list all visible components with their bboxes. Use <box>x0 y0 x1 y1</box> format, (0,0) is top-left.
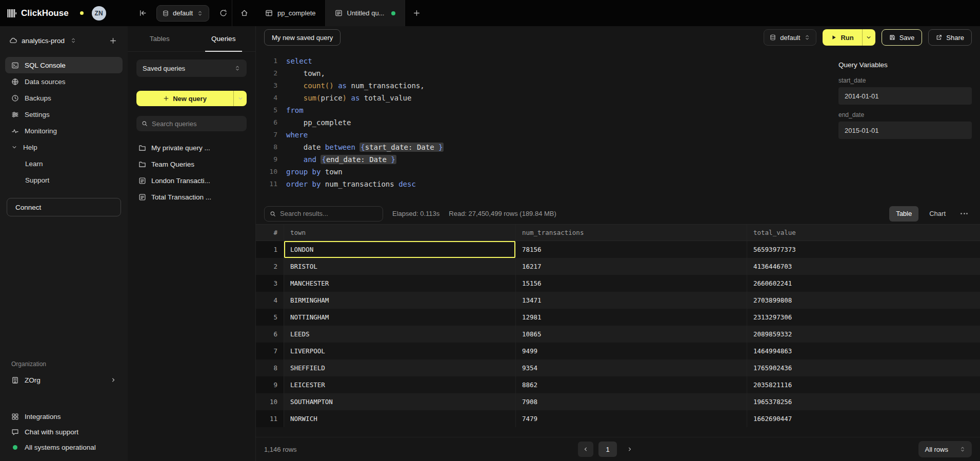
table-cell[interactable]: 1464994863 <box>747 343 980 359</box>
table-cell[interactable]: 7908 <box>516 393 747 410</box>
table-cell[interactable]: 1965378256 <box>747 393 980 410</box>
table-cell[interactable]: 15156 <box>516 275 747 292</box>
table-cell[interactable]: 2089859332 <box>747 326 980 343</box>
table-cell[interactable]: NOTTINGHAM <box>284 309 516 326</box>
code-line[interactable]: 4 sum(price) as total_value <box>265 92 838 104</box>
next-page-button[interactable] <box>622 442 637 457</box>
column-header-total-value[interactable]: total_value <box>747 225 980 240</box>
connect-button[interactable]: Connect <box>7 198 121 216</box>
table-cell[interactable]: LONDON <box>284 241 516 258</box>
query-parameter-chip[interactable]: {start_date: Date } <box>359 143 444 152</box>
variable-input-start-date[interactable] <box>838 87 972 105</box>
table-cell[interactable]: LEICESTER <box>284 376 516 393</box>
row-number-cell[interactable]: 11 <box>256 410 284 427</box>
column-header-town[interactable]: town <box>284 225 516 240</box>
prev-page-button[interactable] <box>578 442 593 457</box>
table-cell[interactable]: 8862 <box>516 376 747 393</box>
table-cell[interactable]: 7479 <box>516 410 747 427</box>
collapse-sidebar-button[interactable] <box>134 5 151 22</box>
table-cell[interactable]: 56593977373 <box>747 241 980 258</box>
row-number-cell[interactable]: 8 <box>256 359 284 376</box>
table-cell[interactable]: 9499 <box>516 343 747 359</box>
code-line[interactable]: 1select <box>265 55 838 67</box>
table-cell[interactable]: 2703899808 <box>747 292 980 309</box>
saved-queries-filter-select[interactable]: Saved queries <box>136 59 247 77</box>
table-cell[interactable]: 1765902436 <box>747 359 980 376</box>
search-results-input[interactable] <box>280 210 377 217</box>
variable-input-end-date[interactable] <box>838 122 972 139</box>
row-number-cell[interactable]: 9 <box>256 376 284 393</box>
table-cell[interactable]: LIVERPOOL <box>284 343 516 359</box>
tab-pp-complete[interactable]: pp_complete <box>256 0 325 26</box>
table-cell[interactable]: 2660602241 <box>747 275 980 292</box>
table-cell[interactable]: BRISTOL <box>284 258 516 275</box>
column-header-num-transactions[interactable]: num_transactions <box>516 225 747 240</box>
table-cell[interactable]: 78156 <box>516 241 747 258</box>
row-number-cell[interactable]: 1 <box>256 241 284 258</box>
code-line[interactable]: 10group by town <box>265 166 838 178</box>
refresh-button[interactable] <box>214 5 232 22</box>
row-number-cell[interactable]: 10 <box>256 393 284 410</box>
table-cell[interactable]: 2035821116 <box>747 376 980 393</box>
sidebar-footer-integrations[interactable]: Integrations <box>5 409 123 424</box>
row-number-cell[interactable]: 3 <box>256 275 284 292</box>
view-chart-button[interactable]: Chart <box>923 206 952 222</box>
new-query-dropdown-button[interactable] <box>233 91 247 106</box>
table-cell[interactable]: SOUTHAMPTON <box>284 393 516 410</box>
new-query-button[interactable]: New query <box>136 91 233 106</box>
tab-untitled-query[interactable]: Untitled qu... <box>326 0 405 26</box>
column-header-row-number[interactable]: # <box>256 225 284 240</box>
tab-queries[interactable]: Queries <box>192 26 256 51</box>
row-number-cell[interactable]: 4 <box>256 292 284 309</box>
saved-query-item-london-transacti[interactable]: London Transacti... <box>136 172 247 189</box>
tab-tables[interactable]: Tables <box>128 26 192 51</box>
code-line[interactable]: 2 town, <box>265 67 838 79</box>
sidebar-footer-all-systems-operational[interactable]: All systems operational <box>5 439 123 455</box>
table-cell[interactable]: 16217 <box>516 258 747 275</box>
sidebar-item-data-sources[interactable]: Data sources <box>5 73 123 90</box>
add-service-button[interactable] <box>106 34 119 47</box>
sidebar-item-backups[interactable]: Backups <box>5 90 123 106</box>
clickhouse-logo-icon[interactable] <box>7 9 16 18</box>
table-cell[interactable]: 12981 <box>516 309 747 326</box>
row-number-cell[interactable]: 5 <box>256 309 284 326</box>
search-queries-input[interactable] <box>152 120 242 128</box>
sidebar-item-help[interactable]: Help <box>5 139 123 155</box>
organization-selector[interactable]: ZOrg <box>5 372 123 388</box>
run-button[interactable]: Run <box>823 29 862 46</box>
table-cell[interactable]: 9354 <box>516 359 747 376</box>
table-cell[interactable]: 13471 <box>516 292 747 309</box>
sql-editor[interactable]: 1select2 town,3 count() as num_transacti… <box>256 49 838 203</box>
view-table-button[interactable]: Table <box>889 206 918 222</box>
editor-database-selector[interactable]: default <box>764 29 816 46</box>
saved-query-item-total-transaction[interactable]: Total Transaction ... <box>136 189 247 205</box>
sidebar-item-sql-console[interactable]: SQL Console <box>5 57 123 73</box>
table-cell[interactable]: 4136446703 <box>747 258 980 275</box>
table-cell[interactable]: 1662690447 <box>747 410 980 427</box>
table-cell[interactable]: 10865 <box>516 326 747 343</box>
query-parameter-chip[interactable]: {end_date: Date } <box>321 155 396 164</box>
table-cell[interactable]: MANCHESTER <box>284 275 516 292</box>
saved-query-item-team-queries[interactable]: Team Queries <box>136 156 247 172</box>
code-line[interactable]: 8 date between {start_date: Date } <box>265 141 838 153</box>
sidebar-item-support[interactable]: Support <box>5 172 123 188</box>
table-cell[interactable]: BIRMINGHAM <box>284 292 516 309</box>
table-cell[interactable]: 2313297306 <box>747 309 980 326</box>
run-options-button[interactable] <box>862 29 875 46</box>
table-cell[interactable]: SHEFFIELD <box>284 359 516 376</box>
share-button[interactable]: Share <box>928 29 972 46</box>
service-selector[interactable]: analytics-prod <box>9 37 106 45</box>
code-line[interactable]: 9 and {end_date: Date } <box>265 153 838 166</box>
code-line[interactable]: 5from <box>265 104 838 116</box>
saved-query-item-my-private-query[interactable]: My private query ... <box>136 139 247 156</box>
code-line[interactable]: 6 pp_complete <box>265 116 838 129</box>
row-number-cell[interactable]: 7 <box>256 343 284 359</box>
sidebar-item-learn[interactable]: Learn <box>5 155 123 172</box>
sidebar-item-monitoring[interactable]: Monitoring <box>5 123 123 139</box>
row-number-cell[interactable]: 6 <box>256 326 284 343</box>
avatar[interactable]: ZN <box>92 6 106 21</box>
home-button[interactable] <box>235 5 253 22</box>
code-line[interactable]: 7where <box>265 129 838 141</box>
current-page-button[interactable]: 1 <box>598 442 617 457</box>
table-cell[interactable]: NORWICH <box>284 410 516 427</box>
